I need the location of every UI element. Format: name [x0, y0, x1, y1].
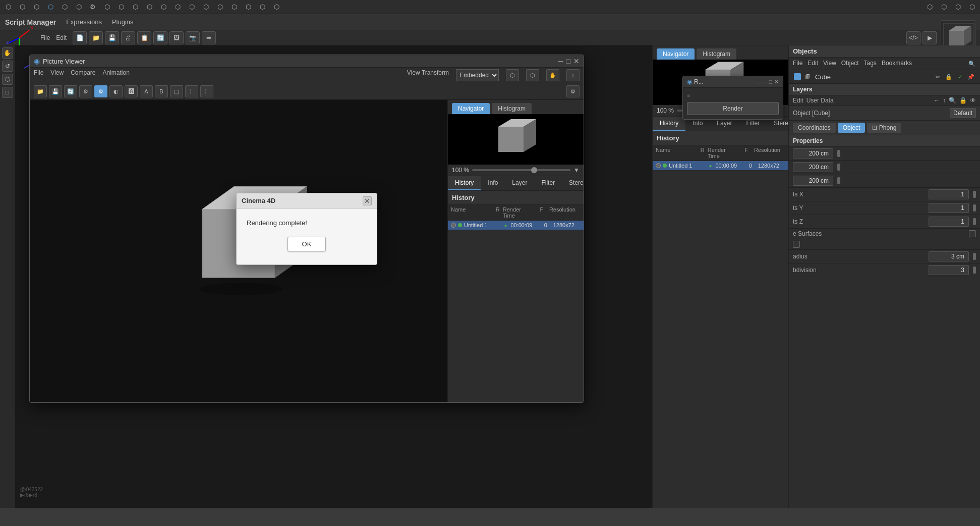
prop-val-seg-z[interactable]: 1 [929, 217, 969, 227]
export-btn[interactable]: ➡ [202, 31, 216, 44]
nav-tab-navigator[interactable]: Navigator [657, 48, 695, 60]
prop-val-size-x[interactable]: 200 cm [793, 148, 833, 159]
icon-right-2[interactable]: ⬡ [939, 2, 949, 12]
icon-right-3[interactable]: ⬡ [953, 2, 963, 12]
code-btn[interactable]: </> [906, 31, 920, 44]
icon-7[interactable]: ⚙ [88, 2, 98, 12]
prop-handle-radius[interactable] [973, 253, 976, 260]
icon-8[interactable]: ⬡ [102, 2, 112, 12]
preset-select[interactable]: Default [950, 108, 976, 118]
icon-15[interactable]: ⬡ [201, 2, 211, 12]
cube-pin-icon[interactable]: 📌 [967, 73, 975, 81]
icon-17[interactable]: ⬡ [229, 2, 239, 12]
icon-2[interactable]: ⬡ [17, 2, 27, 12]
render-panel-menu-btn[interactable]: ≡ [758, 79, 761, 85]
script-menu-expressions[interactable]: Expressions [66, 18, 102, 26]
icon-19[interactable]: ⬡ [257, 2, 267, 12]
prop-val-seg-y[interactable]: 1 [929, 203, 969, 213]
prop-handle-y[interactable] [837, 164, 840, 171]
icon-20[interactable]: ⬡ [271, 2, 281, 12]
camera-btn[interactable]: 📷 [186, 31, 200, 44]
history-row-time: 00:00:09 [715, 163, 742, 169]
play-btn[interactable]: ▶ [923, 31, 937, 44]
prop-handle-z[interactable] [837, 177, 840, 184]
icon-4-active[interactable]: ⬡ [45, 2, 55, 12]
refresh-btn[interactable]: 🔄 [153, 31, 167, 44]
obj-menu-tags[interactable]: Tags [864, 60, 877, 68]
sidebar-tool-4[interactable]: □ [2, 87, 13, 98]
sidebar-tool-2[interactable]: ↺ [2, 61, 13, 72]
render-panel-minimize-btn[interactable]: ─ [763, 79, 767, 85]
script-menu-plugins[interactable]: Plugins [112, 18, 134, 26]
copy-btn[interactable]: 📋 [137, 31, 151, 44]
menu-edit[interactable]: Edit [56, 34, 67, 41]
cube-lock-icon[interactable]: 🔒 [945, 73, 953, 81]
prop-val-size-z[interactable]: 200 cm [793, 176, 833, 186]
dialog-buttons: OK [247, 237, 367, 259]
dialog-ok-button[interactable]: OK [287, 237, 326, 251]
prop-row-size-z: 200 cm [789, 174, 980, 188]
render-panel-close-btn[interactable]: ✕ [774, 79, 779, 85]
prop-handle-seg-z[interactable] [973, 218, 976, 225]
props-tab-phong[interactable]: ⊡ Phong [867, 123, 901, 133]
obj-menu-file[interactable]: File [793, 60, 802, 68]
prop-handle-seg-y[interactable] [973, 204, 976, 212]
layers-nav-up[interactable]: ↑ [943, 97, 946, 104]
icon-right-4[interactable]: ⬡ [967, 2, 977, 12]
prop-checkbox-extra[interactable] [793, 241, 800, 248]
layers-nav-search[interactable]: 🔍 [949, 97, 956, 104]
props-tab-coordinates[interactable]: Coordinates [793, 123, 836, 133]
icon-11[interactable]: ⬡ [144, 2, 154, 12]
dialog-close-btn[interactable]: ✕ [363, 196, 372, 205]
open-file-btn[interactable]: 📁 [89, 31, 103, 44]
prop-handle-subdivision[interactable] [973, 267, 976, 274]
prop-val-radius[interactable]: 3 cm [929, 251, 969, 261]
layers-edit[interactable]: Edit [793, 97, 803, 104]
icon-10[interactable]: ⬡ [130, 2, 140, 12]
prop-val-seg-x[interactable]: 1 [929, 189, 969, 199]
prop-handle-x[interactable] [837, 150, 840, 157]
prop-val-size-y[interactable]: 200 cm [793, 162, 833, 172]
obj-search-btn[interactable]: 🔍 [968, 60, 976, 68]
icon-12[interactable]: ⬡ [158, 2, 168, 12]
icon-right-1[interactable]: ⬡ [925, 2, 935, 12]
cube-edit-icon[interactable]: ✏ [934, 73, 942, 81]
sidebar-tool-3[interactable]: ⬡ [2, 74, 13, 85]
menu-file[interactable]: File [40, 34, 50, 41]
icon-14[interactable]: ⬡ [187, 2, 197, 12]
icon-3[interactable]: ⬡ [31, 2, 41, 12]
render-panel-hamburger[interactable]: ≡ [687, 92, 690, 98]
icon-6[interactable]: ⬡ [74, 2, 84, 12]
cube-check-icon[interactable]: ✓ [956, 73, 964, 81]
prop-val-subdivision[interactable]: 3 [929, 265, 969, 275]
render-panel-title: R... [694, 78, 704, 85]
obj-menu-object[interactable]: Object [841, 60, 859, 68]
save-btn[interactable]: 💾 [105, 31, 119, 44]
props-tab-object[interactable]: Object [838, 123, 866, 133]
left-sidebar: ✋ ↺ ⬡ □ [0, 45, 15, 508]
prop-handle-seg-x[interactable] [973, 191, 976, 198]
obj-menu-bookmarks[interactable]: Bookmarks [882, 60, 912, 68]
image-btn[interactable]: 🖼 [169, 31, 184, 44]
history-row-0[interactable]: Untitled 1 ● 00:00:09 0 1280x72 [653, 161, 788, 171]
nav-tab-histogram[interactable]: Histogram [697, 48, 736, 60]
layers-userdata[interactable]: User Data [806, 97, 834, 104]
new-file-btn[interactable]: 📄 [73, 31, 87, 44]
layers-nav-lock[interactable]: 🔒 [959, 97, 967, 104]
print-btn[interactable]: 🖨 [121, 31, 135, 44]
prop-checkbox-fillet[interactable] [969, 230, 976, 237]
icon-13[interactable]: ⬡ [172, 2, 183, 12]
render-button[interactable]: Render [687, 102, 779, 115]
layers-nav-eye[interactable]: 👁 [970, 97, 976, 104]
icon-16[interactable]: ⬡ [215, 2, 225, 12]
render-panel-max-btn[interactable]: □ [769, 79, 772, 85]
icon-18[interactable]: ⬡ [243, 2, 253, 12]
icon-5[interactable]: ⬡ [60, 2, 70, 12]
history-tab-history[interactable]: History [653, 117, 685, 131]
cube-object-row[interactable]: Cube ✏ 🔒 ✓ 📌 [789, 70, 980, 84]
obj-menu-edit[interactable]: Edit [808, 60, 818, 68]
obj-menu-view[interactable]: View [823, 60, 836, 68]
icon-1[interactable]: ⬡ [3, 2, 13, 12]
icon-9[interactable]: ⬡ [116, 2, 126, 12]
layers-nav-left[interactable]: ← [934, 97, 940, 104]
